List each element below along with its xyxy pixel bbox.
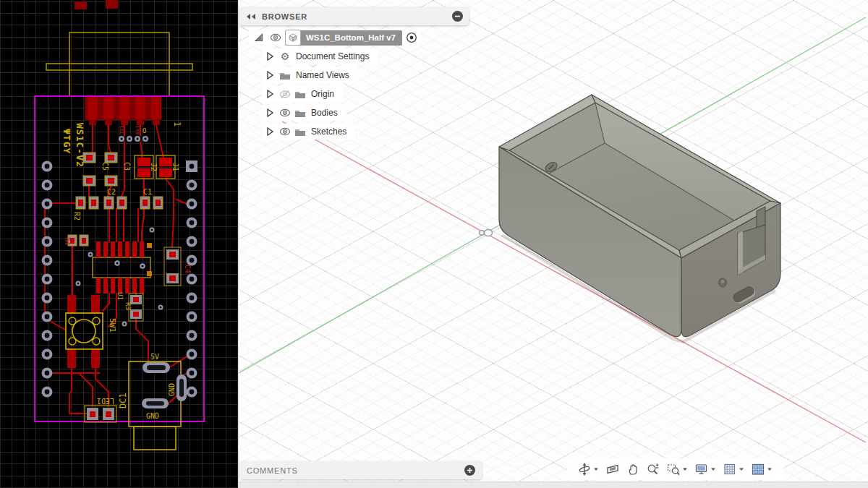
component-cube-icon [285, 30, 301, 46]
pcb-label-5v: 5V [150, 353, 159, 361]
browser-row-document-settings[interactable]: ⚙ Document Settings [262, 48, 378, 64]
gear-icon: ⚙ [279, 51, 291, 62]
pcb-label-dc1: DC1 [118, 393, 128, 408]
expand-arrow-icon[interactable] [267, 52, 273, 61]
pcb-label-u1: U1 [116, 292, 124, 300]
expand-root-icon[interactable] [254, 33, 264, 43]
expand-comments-button[interactable] [464, 465, 475, 476]
viewports-button[interactable] [752, 463, 773, 476]
browser-item-label: Sketches [311, 127, 346, 137]
pcb-label-r3: R3 [124, 302, 132, 310]
expand-arrow-icon[interactable] [267, 90, 273, 98]
browser-row-origin[interactable]: Origin [262, 86, 343, 102]
visibility-eye-icon[interactable] [279, 107, 291, 119]
pcb-dc1-connector [129, 361, 187, 450]
expand-arrow-icon[interactable] [267, 71, 273, 80]
orbit-button[interactable] [578, 463, 599, 476]
pcb-label-j2: J2 [150, 163, 158, 171]
pcb-connector-copper [85, 96, 161, 125]
expand-arrow-icon[interactable] [267, 127, 273, 136]
dropdown-caret-icon[interactable] [767, 467, 773, 471]
pcb-label-r4: R4 [64, 237, 71, 245]
browser-item-label: Bodies [311, 108, 338, 118]
browser-row-root[interactable]: WS1C_Bottom_Half v7 [249, 30, 420, 46]
pcb-label-logo: ΨTGY [61, 129, 72, 154]
comments-bar[interactable]: COMMENTS [240, 461, 482, 479]
dropdown-caret-icon[interactable] [593, 467, 599, 471]
dropdown-caret-icon[interactable] [682, 467, 688, 471]
zoom-button[interactable] [647, 463, 660, 476]
look-at-button[interactable] [606, 463, 619, 476]
folder-icon [279, 69, 291, 81]
pcb-label-sw1: SW1 [108, 318, 117, 333]
pcb-db9-connector-outline [46, 33, 192, 96]
visibility-eye-icon[interactable] [279, 126, 291, 137]
browser-item-label: Origin [311, 89, 334, 99]
window-bottom-strip [239, 481, 868, 488]
right-face-hole [719, 278, 727, 287]
pcb-label-rxi: RXI [135, 125, 141, 134]
root-component-name: WS1C_Bottom_Half v7 [306, 33, 396, 42]
pcb-label-j1: J1 [171, 163, 179, 171]
grid-and-snaps-button[interactable] [723, 463, 744, 476]
visibility-eye-off-icon[interactable] [279, 88, 291, 100]
pcb-label-led1: LED1 [97, 397, 114, 405]
browser-item-label: Document Settings [296, 51, 369, 61]
pcb-label-r2: R2 [73, 212, 81, 221]
comments-title: COMMENTS [247, 466, 464, 475]
folder-icon [294, 126, 306, 137]
pan-button[interactable] [626, 463, 639, 476]
dropdown-caret-icon[interactable] [710, 467, 716, 471]
model-body[interactable] [499, 95, 780, 337]
browser-item-label: Named Views [296, 70, 349, 80]
pcb-editor-panel[interactable]: WS1C-V2 ΨTGY TXI RXI O 1 C5 C3 J2 J1 C2 … [0, 0, 239, 488]
pcb-label-board-name: WS1C-V2 [75, 123, 85, 168]
activate-component-radio[interactable] [406, 32, 417, 43]
browser-header[interactable]: BROWSER [240, 7, 469, 25]
pcb-label-pin1: 1 [172, 121, 182, 127]
pcb-label-gnd-bottom: GND [146, 412, 159, 420]
pcb-label-txi: TXI [119, 125, 125, 134]
minimize-browser-button[interactable] [452, 11, 463, 22]
display-settings-button[interactable] [695, 463, 716, 476]
pcb-top-pads [75, 0, 118, 9]
browser-panel: BROWSER [240, 7, 469, 142]
fusion360-window: WS1C-V2 ΨTGY TXI RXI O 1 C5 C3 J2 J1 C2 … [0, 0, 868, 488]
browser-row-named-views[interactable]: Named Views [262, 67, 358, 83]
browser-row-bodies[interactable]: Bodies [262, 105, 346, 121]
pcb-label-c4: C4 [184, 265, 192, 273]
visibility-eye-icon[interactable] [270, 32, 281, 43]
dropdown-caret-icon[interactable] [739, 467, 744, 471]
origin-marker[interactable] [480, 229, 493, 236]
zoom-window-fit-button[interactable] [667, 463, 688, 476]
browser-title: BROWSER [262, 12, 452, 21]
pcb-label-o: O [142, 127, 146, 134]
pcb-label-c5: C5 [101, 162, 109, 171]
pcb-label-c3: C3 [123, 162, 131, 171]
pcb-label-c2: C2 [107, 188, 116, 196]
folder-icon [294, 107, 306, 119]
pcb-label-gnd-side: GND [168, 383, 176, 396]
root-component-chip[interactable]: WS1C_Bottom_Half v7 [285, 30, 402, 46]
browser-row-sketches[interactable]: Sketches [262, 124, 355, 140]
collapse-panel-icon[interactable] [246, 13, 256, 20]
pcb-switch-sw1 [66, 295, 103, 368]
navigation-toolbar [567, 458, 783, 480]
folder-icon [294, 88, 306, 100]
pcb-label-c1: C1 [143, 188, 152, 196]
expand-arrow-icon[interactable] [267, 108, 273, 117]
